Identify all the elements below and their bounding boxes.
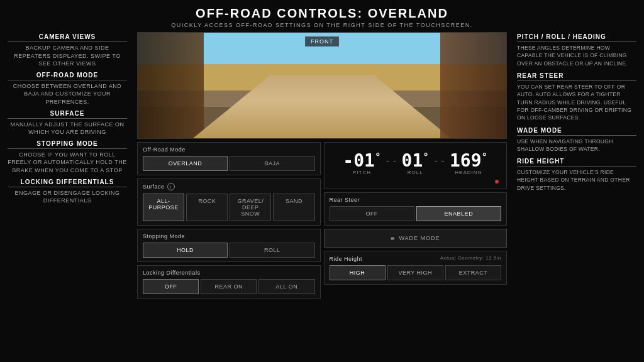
wade-icon: ≡ <box>391 234 395 242</box>
sidebar-desc-camera: BACKUP CAMERA AND SIDE REPEATERS DISPLAY… <box>8 44 127 68</box>
camera-side-right <box>440 33 506 138</box>
controls-left: Off-Road Mode Overland Baja Surface i <box>137 142 321 357</box>
wade-mode-label: Wade Mode <box>399 235 440 241</box>
sidebar-label-offroad: OFF-ROAD MODE <box>8 72 127 80</box>
right-desc-ride-height: CUSTOMIZE YOUR VEHICLE'S RIDE HEIGHT BAS… <box>517 168 636 192</box>
gauge-roll: 01° ROLL <box>402 152 429 175</box>
wade-mode-button[interactable]: ≡ Wade Mode <box>324 229 508 248</box>
controls-right: -01° PITCH - - 01° ROLL - <box>324 142 508 357</box>
gauge-heading-label: HEADING <box>455 170 482 175</box>
sidebar-label-locking: LOCKING DIFFERENTIALS <box>8 178 127 187</box>
btn-rear-steer-off[interactable]: Off <box>330 206 414 221</box>
ride-height-buttons: High Very High Extract <box>330 265 502 280</box>
gauge-pitch: -01° PITCH <box>343 152 380 175</box>
sidebar-desc-stopping: CHOOSE IF YOU WANT TO ROLL FREELY OR AUT… <box>8 151 127 175</box>
btn-hold[interactable]: Hold <box>143 243 228 258</box>
gauge-dot <box>495 180 499 184</box>
center-panel: FRONT Off-Road Mode Overland Baja <box>133 32 511 357</box>
gauge-dash-2: - - <box>434 155 445 168</box>
gauge-heading-value: 169° <box>450 152 487 170</box>
sidebar-label-camera: CAMERA VIEWS <box>8 33 127 42</box>
btn-roll[interactable]: Roll <box>230 243 314 258</box>
gauge-roll-label: ROLL <box>408 170 423 175</box>
surface-card: Surface i All-Purpose Rock Gravel/ Deep … <box>137 178 321 226</box>
btn-overland[interactable]: Overland <box>143 156 228 171</box>
btn-extract[interactable]: Extract <box>445 265 501 280</box>
sidebar-section-stopping: STOPPING MODE CHOOSE IF YOU WANT TO ROLL… <box>8 140 127 175</box>
stopping-mode-title: Stopping Mode <box>143 233 315 239</box>
page-title: OFF-ROAD CONTROLS: OVERLAND <box>8 6 636 21</box>
camera-view: FRONT <box>137 32 507 139</box>
rear-steer-title: Rear Steer <box>330 197 502 203</box>
btn-diff-off[interactable]: Off <box>143 279 199 294</box>
sidebar-section-offroad: OFF-ROAD MODE CHOOSE BETWEEN OVERLAND AN… <box>8 72 127 106</box>
right-desc-wade: USE WHEN NAVIGATING THROUGH SHALLOW BODI… <box>517 138 636 153</box>
right-label-rear-steer: REAR STEER <box>517 72 636 81</box>
off-road-mode-title: Off-Road Mode <box>143 146 315 153</box>
sidebar-desc-surface: MANUALLY ADJUST THE SURFACE ON WHICH YOU… <box>8 121 127 136</box>
gauge-indicator <box>330 180 502 184</box>
stopping-mode-card: Stopping Mode Hold Roll <box>137 229 321 262</box>
controls-grid: Off-Road Mode Overland Baja Surface i <box>137 142 507 357</box>
page: OFF-ROAD CONTROLS: OVERLAND QUICKLY ACCE… <box>0 0 644 362</box>
gauge-row: -01° PITCH - - 01° ROLL - <box>330 148 502 180</box>
sidebar-label-surface: SURFACE <box>8 110 127 119</box>
rear-steer-card: Rear Steer Off Enabled <box>324 192 508 226</box>
right-desc-rear-steer: YOU CAN SET REAR STEER TO OFF OR AUTO. A… <box>517 83 636 122</box>
locking-diff-buttons: Off Rear On All On <box>143 279 315 294</box>
btn-gravel[interactable]: Gravel/ Deep Snow <box>230 194 271 221</box>
right-label-pitch: PITCH / ROLL / HEADING <box>517 33 636 42</box>
page-subtitle: QUICKLY ACCESS OFF-ROAD SETTINGS ON THE … <box>8 22 636 28</box>
locking-diff-card: Locking Differentials Off Rear On All On <box>137 265 321 299</box>
sidebar-section-surface: SURFACE MANUALLY ADJUST THE SURFACE ON W… <box>8 110 127 136</box>
gauge-heading: 169° HEADING <box>450 152 487 175</box>
btn-very-high[interactable]: Very High <box>387 265 443 280</box>
surface-title: Surface i <box>143 183 315 190</box>
btn-baja[interactable]: Baja <box>230 156 314 171</box>
btn-sand[interactable]: Sand <box>273 194 314 221</box>
right-section-ride-height: RIDE HEIGHT CUSTOMIZE YOUR VEHICLE'S RID… <box>517 158 636 192</box>
gauge-display: -01° PITCH - - 01° ROLL - <box>324 142 508 189</box>
gauge-roll-value: 01° <box>402 152 429 170</box>
right-label-wade: WADE MODE <box>517 127 636 136</box>
right-section-wade: WADE MODE USE WHEN NAVIGATING THROUGH SH… <box>517 127 636 153</box>
right-section-pitch: PITCH / ROLL / HEADING THESE ANGLES DETE… <box>517 33 636 67</box>
locking-diff-title: Locking Differentials <box>143 270 315 276</box>
sidebar-section-locking: LOCKING DIFFERENTIALS ENGAGE OR DISENGAG… <box>8 178 127 205</box>
right-label-ride-height: RIDE HEIGHT <box>517 158 636 167</box>
btn-all-on[interactable]: All On <box>258 279 314 294</box>
camera-road <box>193 75 451 138</box>
left-sidebar: CAMERA VIEWS BACKUP CAMERA AND SIDE REPE… <box>8 32 133 357</box>
gauge-dash-1: - - <box>386 155 397 168</box>
btn-rear-steer-enabled[interactable]: Enabled <box>416 206 501 221</box>
camera-side-left <box>138 33 204 138</box>
header: OFF-ROAD CONTROLS: OVERLAND QUICKLY ACCE… <box>8 6 636 28</box>
off-road-mode-buttons: Overland Baja <box>143 156 315 171</box>
btn-all-purpose[interactable]: All-Purpose <box>143 194 184 221</box>
camera-label: FRONT <box>305 36 339 47</box>
sidebar-desc-offroad: CHOOSE BETWEEN OVERLAND AND BAJA AND CUS… <box>8 82 127 106</box>
surface-buttons: All-Purpose Rock Gravel/ Deep Snow Sand <box>143 194 315 221</box>
btn-rear-on[interactable]: Rear On <box>201 279 257 294</box>
surface-info-icon[interactable]: i <box>167 183 175 190</box>
ride-height-title: Ride Height Actual Geometry: 12.5in <box>330 255 502 262</box>
stopping-mode-buttons: Hold Roll <box>143 243 315 258</box>
camera-image <box>138 33 506 138</box>
ride-height-card: Ride Height Actual Geometry: 12.5in High… <box>324 251 508 285</box>
sidebar-label-stopping: STOPPING MODE <box>8 140 127 149</box>
main-content: CAMERA VIEWS BACKUP CAMERA AND SIDE REPE… <box>8 32 636 357</box>
gauge-pitch-value: -01° <box>343 152 380 170</box>
rear-steer-buttons: Off Enabled <box>330 206 502 221</box>
sidebar-section-camera: CAMERA VIEWS BACKUP CAMERA AND SIDE REPE… <box>8 33 127 68</box>
right-desc-pitch: THESE ANGLES DETERMINE HOW CAPABLE THE V… <box>517 44 636 67</box>
sidebar-desc-locking: ENGAGE OR DISENGAGE LOCKING DIFFERENTIAL… <box>8 189 127 205</box>
btn-high[interactable]: High <box>330 265 386 280</box>
right-section-rear-steer: REAR STEER YOU CAN SET REAR STEER TO OFF… <box>517 72 636 122</box>
off-road-mode-card: Off-Road Mode Overland Baja <box>137 142 321 175</box>
ride-height-range: Actual Geometry: 12.5in <box>440 255 501 261</box>
btn-rock[interactable]: Rock <box>186 194 228 221</box>
gauge-pitch-label: PITCH <box>353 170 371 175</box>
right-sidebar: PITCH / ROLL / HEADING THESE ANGLES DETE… <box>511 32 636 357</box>
